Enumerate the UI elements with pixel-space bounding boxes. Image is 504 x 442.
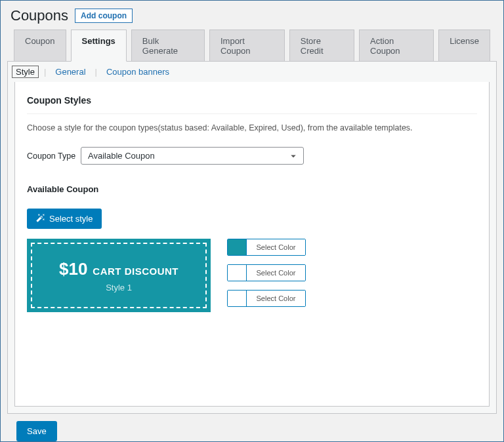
section-description: Choose a style for the coupon types(stat… [27, 123, 477, 132]
select-color-button[interactable]: Select Color [246, 239, 305, 255]
preview-row: $10 CART DISCOUNT Style 1 Select Color S… [27, 239, 477, 312]
save-button[interactable]: Save [16, 421, 57, 441]
main-tabs: Coupon Settings Bulk Generate Import Cou… [1, 30, 503, 62]
subtab-style[interactable]: Style [12, 66, 39, 78]
coupon-type-row: Coupon Type Available Coupon [27, 147, 477, 165]
magic-wand-icon [36, 213, 45, 224]
coupon-price: $10 [59, 259, 87, 279]
color-picker-2[interactable]: Select Color [227, 264, 306, 281]
tab-import-coupon[interactable]: Import Coupon [209, 30, 285, 62]
color-picker-3[interactable]: Select Color [227, 290, 306, 307]
coupon-type-label: Coupon Type [27, 151, 81, 161]
subtab-general[interactable]: General [51, 66, 89, 78]
coupon-type-select[interactable]: Available Coupon [81, 147, 304, 165]
coupon-style-label: Style 1 [106, 283, 132, 292]
coupon-text: CART DISCOUNT [93, 266, 178, 277]
section-title: Coupon Styles [27, 95, 477, 114]
color-picker-1[interactable]: Select Color [227, 239, 306, 256]
tab-settings[interactable]: Settings [71, 30, 127, 62]
page-header: Coupons Add coupon [1, 1, 503, 30]
subtab-separator: | [95, 67, 97, 77]
color-swatch [228, 239, 246, 255]
tab-store-credit[interactable]: Store Credit [289, 30, 354, 62]
subsection-title: Available Coupon [27, 184, 477, 194]
page-title: Coupons [10, 7, 68, 24]
tab-license[interactable]: License [438, 30, 490, 62]
select-color-button[interactable]: Select Color [246, 291, 305, 306]
subtab-coupon-banners[interactable]: Coupon banners [102, 66, 173, 78]
tab-action-coupon[interactable]: Action Coupon [359, 30, 434, 62]
subtabs: Style | General | Coupon banners [8, 62, 496, 82]
add-coupon-button[interactable]: Add coupon [75, 9, 133, 23]
color-pickers: Select Color Select Color Select Color [227, 239, 306, 307]
content-panel: Coupon Styles Choose a style for the cou… [14, 82, 490, 407]
subtabs-bar: Style | General | Coupon banners Coupon … [7, 61, 497, 414]
select-color-button[interactable]: Select Color [246, 265, 305, 281]
coupon-preview: $10 CART DISCOUNT Style 1 [31, 243, 207, 308]
tab-coupon[interactable]: Coupon [14, 30, 66, 62]
color-swatch [228, 291, 246, 306]
footer: Save [1, 414, 503, 442]
subtab-separator: | [44, 67, 46, 77]
tab-bulk-generate[interactable]: Bulk Generate [131, 30, 205, 62]
select-style-label: Select style [49, 214, 93, 224]
color-swatch [228, 265, 246, 281]
select-style-button[interactable]: Select style [27, 209, 102, 229]
